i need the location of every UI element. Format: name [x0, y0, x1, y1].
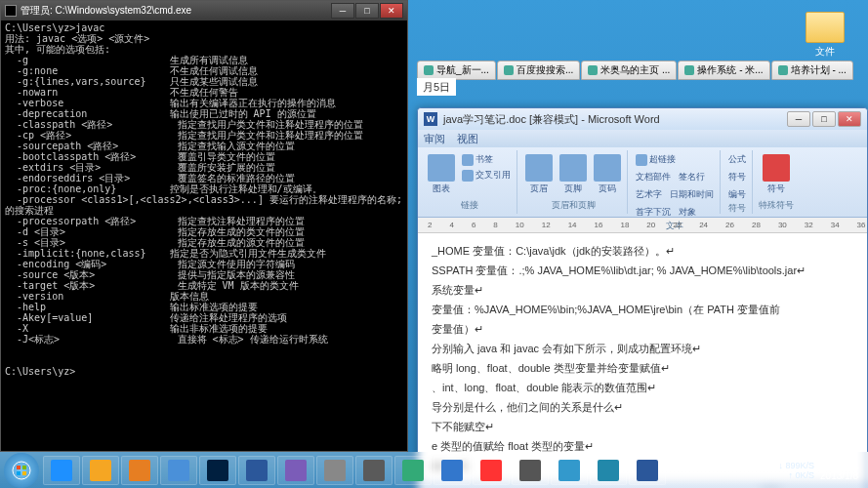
word-title: java学习笔记.doc [兼容模式] - Microsoft Word [443, 112, 787, 127]
hyperlink-icon [636, 154, 647, 166]
ribbon-footer[interactable]: 页脚 [558, 152, 589, 197]
ribbon-equation[interactable]: 公式 [726, 152, 748, 167]
start-button[interactable] [4, 453, 39, 488]
taskbar: ↓ 899K/S ↑ 0K/S 17:51 2013/1/8 [0, 452, 868, 488]
ribbon-symbol[interactable]: 符号 [726, 170, 748, 184]
cmd-titlebar[interactable]: 管理员: C:\Windows\system32\cmd.exe ─ □ ✕ [1, 1, 407, 20]
system-tray[interactable]: ↓ 899K/S ↑ 0K/S 17:51 2013/1/8 [773, 460, 864, 481]
word-close-button[interactable]: ✕ [838, 111, 861, 127]
app-icon [51, 460, 72, 481]
ribbon-group-links: 图表 书签 交叉引用 链接 [422, 150, 517, 214]
ribbon-pagenum[interactable]: 页码 [592, 152, 623, 197]
favicon-icon [504, 65, 514, 75]
ribbon-crossref[interactable]: 交叉引用 [460, 168, 513, 183]
ribbon-object[interactable]: 对象 [677, 205, 698, 220]
taskbar-app[interactable] [316, 456, 353, 485]
folder-icon [806, 12, 845, 43]
ribbon-special-symbol[interactable]: 符号 [759, 152, 794, 197]
app-icon [441, 460, 463, 481]
app-icon [519, 460, 541, 481]
desktop-folder[interactable]: 文件 [802, 12, 848, 59]
taskbar-app[interactable] [160, 456, 197, 485]
taskbar-app[interactable] [590, 456, 627, 485]
minimize-button[interactable]: ─ [331, 3, 354, 19]
crossref-icon [462, 170, 474, 182]
ribbon-chart[interactable]: 图表 [426, 152, 457, 197]
maximize-button[interactable]: □ [355, 3, 379, 19]
windows-logo-icon [12, 461, 31, 480]
tray-time: 17:51 [820, 460, 858, 470]
browser-tab[interactable]: 培养计划 - ... [771, 61, 853, 80]
app-icon [207, 460, 228, 481]
pagenum-icon [594, 154, 621, 182]
close-button[interactable]: ✕ [380, 3, 403, 19]
svg-rect-3 [17, 471, 21, 475]
word-ribbon: 图表 书签 交叉引用 链接 页眉 页脚 页码 页眉和页脚 超链接 文档部件 签名… [418, 147, 867, 218]
cmd-icon [5, 5, 17, 17]
tray-date: 2013/1/8 [820, 470, 858, 481]
app-icon [246, 460, 268, 481]
footer-icon [559, 154, 587, 182]
app-icon [168, 460, 189, 481]
browser-tab[interactable]: 米奥鸟的主页 ... [581, 61, 677, 80]
ribbon-datetime[interactable]: 日期和时间 [668, 187, 716, 202]
taskbar-app[interactable] [121, 456, 158, 485]
download-speed: ↓ 899K/S [779, 461, 815, 470]
taskbar-app[interactable] [199, 456, 236, 485]
browser-tabs: 导航_新一...百度搜搜索...米奥鸟的主页 ...操作系统 - 米...培养计… [417, 61, 868, 80]
word-maximize-button[interactable]: □ [812, 111, 836, 127]
ribbon-group-symbols: 公式 符号 编号 符号 [723, 150, 753, 214]
browser-tab[interactable]: 百度搜搜索... [497, 61, 580, 80]
word-icon: W [424, 112, 437, 126]
date-strip: 月5日 [417, 78, 456, 96]
cmd-title: 管理员: C:\Windows\system32\cmd.exe [21, 4, 331, 18]
word-window: W java学习笔记.doc [兼容模式] - Microsoft Word ─… [417, 107, 868, 488]
taskbar-app[interactable] [551, 456, 588, 485]
app-icon [637, 460, 658, 481]
browser-tab[interactable]: 导航_新一... [417, 61, 496, 80]
cmd-output[interactable]: C:\Users\yz>javac 用法: javac <选项> <源文件> 其… [1, 20, 407, 452]
word-document[interactable]: _HOME 变量值：C:\java\jdk（jdk的安装路径）。↵SSPATH … [418, 233, 867, 482]
taskbar-app[interactable] [434, 456, 471, 485]
taskbar-app[interactable] [43, 456, 80, 485]
word-menubar: 审阅 视图 [418, 130, 867, 147]
ribbon-bookmark[interactable]: 书签 [460, 152, 513, 167]
header-icon [525, 154, 553, 182]
app-icon [598, 460, 619, 481]
svg-rect-1 [17, 466, 21, 469]
word-minimize-button[interactable]: ─ [787, 111, 810, 127]
app-icon [285, 460, 307, 481]
bookmark-icon [462, 154, 474, 166]
app-icon [480, 460, 502, 481]
taskbar-items [43, 456, 773, 485]
taskbar-app[interactable] [512, 456, 549, 485]
special-symbol-icon [763, 154, 790, 182]
ribbon-dropcap[interactable]: 首字下沉 [634, 205, 673, 220]
ribbon-wordart[interactable]: 艺术字 [634, 187, 664, 202]
ribbon-hyperlink[interactable]: 超链接 [634, 152, 678, 167]
menu-view[interactable]: 视图 [457, 132, 478, 146]
taskbar-app[interactable] [394, 456, 432, 485]
ribbon-number[interactable]: 编号 [726, 187, 748, 202]
ribbon-group-text: 超链接 文档部件 签名行 艺术字 日期和时间 首字下沉 对象 文本 [630, 150, 721, 214]
chart-icon [428, 154, 455, 182]
menu-review[interactable]: 审阅 [424, 132, 445, 146]
taskbar-app[interactable] [82, 456, 119, 485]
app-icon [324, 460, 346, 481]
taskbar-app[interactable] [473, 456, 510, 485]
app-icon [402, 460, 424, 481]
taskbar-app[interactable] [355, 456, 393, 485]
ribbon-signline[interactable]: 签名行 [677, 170, 707, 184]
ribbon-docparts[interactable]: 文档部件 [634, 170, 673, 184]
browser-tab[interactable]: 操作系统 - 米... [678, 61, 769, 80]
upload-speed: ↑ 0K/S [779, 470, 815, 480]
taskbar-app[interactable] [629, 456, 666, 485]
taskbar-app[interactable] [277, 456, 314, 485]
favicon-icon [424, 65, 434, 75]
ribbon-header[interactable]: 页眉 [523, 152, 555, 197]
favicon-icon [684, 65, 694, 75]
taskbar-app[interactable] [238, 456, 275, 485]
app-icon [129, 460, 150, 481]
svg-rect-2 [22, 466, 26, 469]
word-titlebar[interactable]: W java学习笔记.doc [兼容模式] - Microsoft Word ─… [418, 108, 867, 130]
